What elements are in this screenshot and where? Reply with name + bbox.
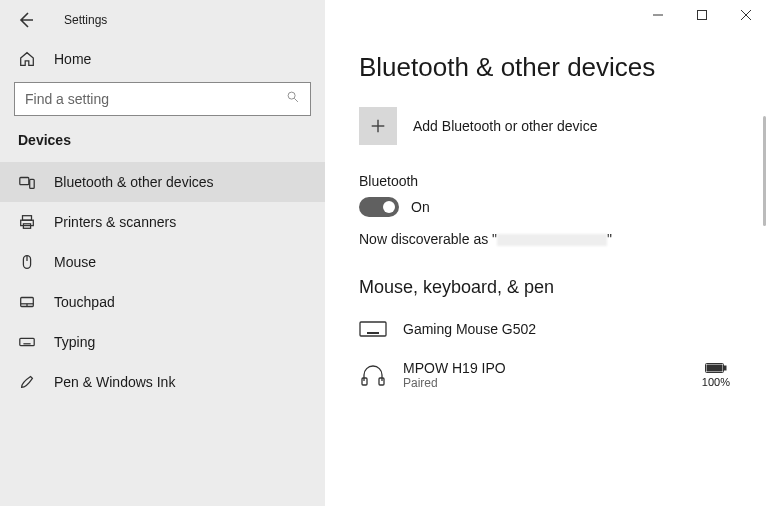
device-status: Paired bbox=[403, 376, 506, 390]
bluetooth-toggle-row: On bbox=[359, 197, 738, 217]
discoverable-text: Now discoverable as "" bbox=[359, 231, 738, 247]
nav-item-label: Mouse bbox=[54, 254, 96, 270]
battery-icon bbox=[705, 362, 727, 374]
redacted-device-name bbox=[497, 234, 607, 246]
section-mouse-keyboard-pen: Mouse, keyboard, & pen bbox=[359, 277, 738, 298]
device-item[interactable]: MPOW H19 IPO Paired 100% bbox=[359, 354, 738, 404]
discoverable-suffix: " bbox=[607, 231, 612, 247]
svg-rect-2 bbox=[30, 179, 35, 188]
nav-item-label: Printers & scanners bbox=[54, 214, 176, 230]
pen-icon bbox=[18, 373, 36, 391]
bluetooth-toggle[interactable] bbox=[359, 197, 399, 217]
home-label: Home bbox=[54, 51, 91, 67]
nav-item-label: Pen & Windows Ink bbox=[54, 374, 175, 390]
device-name: Gaming Mouse G502 bbox=[403, 321, 536, 337]
window-controls bbox=[636, 0, 768, 30]
nav-list: Bluetooth & other devices Printers & sca… bbox=[0, 162, 325, 402]
nav-mouse[interactable]: Mouse bbox=[0, 242, 325, 282]
search-icon bbox=[286, 90, 300, 108]
nav-pen[interactable]: Pen & Windows Ink bbox=[0, 362, 325, 402]
mouse-icon bbox=[18, 253, 36, 271]
main-pane: Bluetooth & other devices Add Bluetooth … bbox=[325, 0, 768, 506]
svg-rect-18 bbox=[698, 11, 707, 20]
svg-rect-38 bbox=[724, 366, 726, 370]
titlebar-left: Settings bbox=[0, 0, 325, 40]
svg-rect-4 bbox=[21, 220, 34, 225]
category-heading: Devices bbox=[0, 132, 325, 162]
maximize-button[interactable] bbox=[680, 0, 724, 30]
add-device-label: Add Bluetooth or other device bbox=[413, 118, 597, 134]
battery-percent: 100% bbox=[702, 376, 730, 388]
add-tile bbox=[359, 107, 397, 145]
home-nav[interactable]: Home bbox=[0, 40, 325, 82]
svg-rect-3 bbox=[23, 216, 32, 221]
discoverable-prefix: Now discoverable as " bbox=[359, 231, 497, 247]
device-name: MPOW H19 IPO bbox=[403, 360, 506, 376]
nav-item-label: Touchpad bbox=[54, 294, 115, 310]
toggle-state-label: On bbox=[411, 199, 430, 215]
search-row bbox=[0, 82, 325, 132]
svg-rect-11 bbox=[20, 338, 34, 345]
keyboard-icon bbox=[18, 333, 36, 351]
page-title: Bluetooth & other devices bbox=[359, 52, 738, 83]
search-box[interactable] bbox=[14, 82, 311, 116]
device-text: Gaming Mouse G502 bbox=[403, 321, 536, 337]
toggle-knob bbox=[383, 201, 395, 213]
minimize-button[interactable] bbox=[636, 0, 680, 30]
svg-point-0 bbox=[288, 92, 295, 99]
bluetooth-heading: Bluetooth bbox=[359, 173, 738, 189]
nav-typing[interactable]: Typing bbox=[0, 322, 325, 362]
back-button[interactable] bbox=[16, 10, 36, 30]
svg-rect-1 bbox=[20, 178, 29, 185]
device-item[interactable]: Gaming Mouse G502 bbox=[359, 312, 738, 354]
search-input[interactable] bbox=[25, 91, 286, 107]
printer-icon bbox=[18, 213, 36, 231]
keyboard-device-icon bbox=[359, 318, 387, 340]
add-device-row[interactable]: Add Bluetooth or other device bbox=[359, 107, 738, 145]
arrow-left-icon bbox=[16, 10, 36, 30]
nav-printers[interactable]: Printers & scanners bbox=[0, 202, 325, 242]
home-icon bbox=[18, 50, 36, 68]
sidebar: Settings Home Devices Bluetooth & oth bbox=[0, 0, 325, 506]
window-title: Settings bbox=[64, 13, 107, 27]
svg-rect-39 bbox=[707, 365, 722, 371]
plus-icon bbox=[369, 117, 387, 135]
headphones-icon bbox=[359, 364, 387, 386]
nav-touchpad[interactable]: Touchpad bbox=[0, 282, 325, 322]
devices-icon bbox=[18, 173, 36, 191]
device-text: MPOW H19 IPO Paired bbox=[403, 360, 506, 390]
battery-indicator: 100% bbox=[702, 362, 730, 388]
nav-item-label: Bluetooth & other devices bbox=[54, 174, 214, 190]
touchpad-icon bbox=[18, 293, 36, 311]
nav-bluetooth[interactable]: Bluetooth & other devices bbox=[0, 162, 325, 202]
nav-item-label: Typing bbox=[54, 334, 95, 350]
close-button[interactable] bbox=[724, 0, 768, 30]
scrollbar[interactable] bbox=[763, 116, 766, 226]
